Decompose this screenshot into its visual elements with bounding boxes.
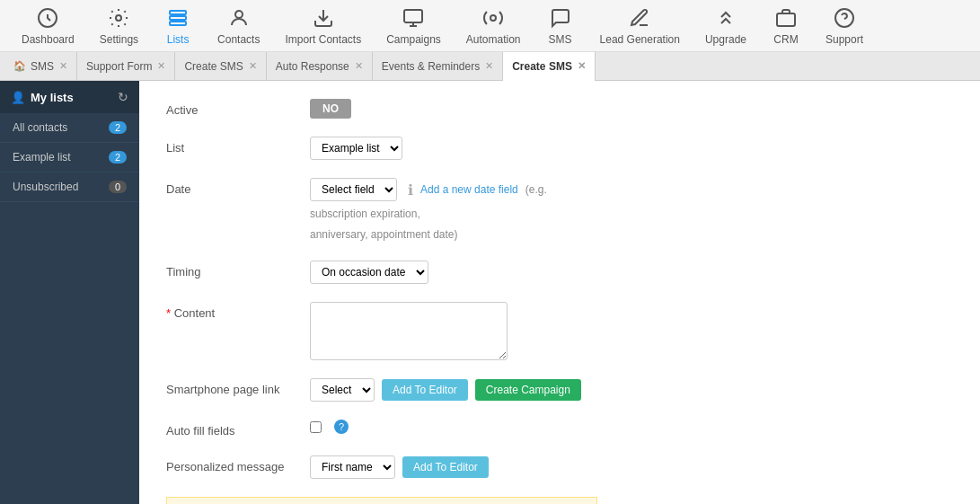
sidebar-header: 👤 My lists ↻ (0, 81, 139, 113)
svg-rect-6 (404, 10, 422, 22)
lists-icon (165, 5, 190, 31)
active-label: Active (166, 99, 310, 117)
timing-label: Timing (166, 261, 310, 279)
active-control: NO (310, 99, 351, 119)
date-hint-2: subscription expiration, (310, 206, 547, 222)
timing-select[interactable]: On occasion date Before After (310, 261, 428, 284)
sms-icon (548, 5, 573, 31)
active-row: Active NO (166, 99, 953, 119)
tab-events-reminders-close[interactable]: ✕ (485, 60, 493, 72)
auto-fill-checkbox[interactable] (310, 421, 322, 433)
info-box: ! If you used personal fields or auto fi… (166, 497, 597, 504)
timing-control: On occasion date Before After (310, 261, 428, 284)
auto-fill-input-row: ? (310, 420, 349, 434)
list-label: List (166, 137, 310, 155)
date-hint-3: anniversary, appointment date) (310, 226, 547, 243)
list-control: Example list (310, 137, 402, 160)
date-info-icon: ℹ (408, 181, 413, 199)
sidebar-title: 👤 My lists (11, 91, 74, 104)
personalized-row: Personalized message First name Last nam… (166, 455, 953, 479)
add-date-field-link[interactable]: Add a new date field (420, 183, 518, 196)
tab-support-form[interactable]: Support Form ✕ (77, 52, 175, 81)
svg-rect-8 (777, 13, 795, 26)
sidebar: 👤 My lists ↻ All contacts 2 Example list… (0, 81, 139, 504)
create-campaign-button[interactable]: Create Campaign (475, 379, 581, 401)
tab-support-form-close[interactable]: ✕ (157, 60, 165, 72)
timing-row: Timing On occasion date Before After (166, 261, 953, 284)
campaigns-icon (401, 5, 426, 31)
list-select[interactable]: Example list (310, 137, 402, 160)
tab-bar: 🏠 SMS ✕ Support Form ✕ Create SMS ✕ Auto… (0, 52, 980, 81)
lead-icon (627, 5, 652, 31)
all-contacts-badge: 2 (109, 121, 127, 134)
tab-create-sms-2[interactable]: Create SMS ✕ (503, 52, 596, 81)
content-label: Content (166, 302, 310, 320)
main-layout: 👤 My lists ↻ All contacts 2 Example list… (0, 81, 980, 504)
auto-fill-label: Auto fill fields (166, 420, 310, 438)
smartphone-control: Select Add To Editor Create Campaign (310, 378, 581, 402)
nav-lists[interactable]: Lists (151, 0, 205, 51)
dashboard-icon (35, 5, 60, 31)
nav-support[interactable]: Support (813, 0, 876, 51)
contacts-icon (226, 5, 252, 31)
nav-automation[interactable]: Automation (454, 0, 534, 51)
date-label: Date (166, 178, 310, 196)
personalized-label: Personalized message (166, 455, 310, 473)
unsubscribed-badge: 0 (109, 181, 127, 193)
home-icon: 🏠 (13, 60, 26, 72)
add-to-editor-button-1[interactable]: Add To Editor (382, 379, 468, 401)
nav-campaigns[interactable]: Campaigns (374, 0, 454, 51)
tab-create-sms-2-close[interactable]: ✕ (578, 60, 586, 72)
auto-fill-help-icon[interactable]: ? (334, 420, 349, 434)
personalized-select[interactable]: First name Last name Email (310, 455, 395, 479)
upgrade-icon (713, 5, 738, 31)
crm-icon (773, 5, 799, 31)
refresh-icon[interactable]: ↻ (118, 90, 128, 104)
nav-upgrade[interactable]: Upgrade (693, 0, 759, 51)
example-list-badge: 2 (109, 151, 127, 164)
nav-import-contacts[interactable]: Import Contacts (272, 0, 374, 51)
active-toggle[interactable]: NO (310, 99, 351, 119)
nav-settings[interactable]: Settings (87, 0, 151, 51)
settings-icon (106, 5, 131, 31)
content-textarea[interactable] (310, 302, 508, 360)
sidebar-item-all-contacts[interactable]: All contacts 2 (0, 113, 139, 143)
smartphone-select-row: Select Add To Editor Create Campaign (310, 378, 581, 402)
date-select[interactable]: Select field (310, 178, 397, 201)
personalized-select-row: First name Last name Email Add To Editor (310, 455, 489, 479)
auto-fill-control: ? (310, 420, 349, 434)
main-content: Active NO List Example list Date Select … (139, 81, 980, 504)
support-icon (832, 5, 857, 31)
auto-fill-row: Auto fill fields ? (166, 420, 953, 438)
tab-sms-close[interactable]: ✕ (59, 60, 67, 72)
svg-rect-2 (170, 11, 186, 14)
sidebar-item-unsubscribed[interactable]: Unsubscribed 0 (0, 172, 139, 202)
sidebar-item-example-list[interactable]: Example list 2 (0, 143, 139, 172)
add-to-editor-button-2[interactable]: Add To Editor (402, 456, 489, 478)
personalized-control: First name Last name Email Add To Editor (310, 455, 489, 479)
svg-point-1 (116, 15, 121, 21)
smartphone-row: Smartphone page link Select Add To Edito… (166, 378, 953, 402)
tab-auto-response-close[interactable]: ✕ (355, 60, 363, 72)
list-row: List Example list (166, 137, 953, 160)
nav-contacts[interactable]: Contacts (205, 0, 272, 51)
tab-create-sms-1[interactable]: Create SMS ✕ (175, 52, 266, 81)
content-row: Content (166, 302, 953, 360)
tab-events-reminders[interactable]: Events & Reminders ✕ (373, 52, 503, 81)
svg-point-5 (235, 11, 243, 18)
nav-dashboard[interactable]: Dashboard (9, 0, 87, 51)
svg-rect-4 (170, 22, 186, 25)
nav-lead-generation[interactable]: Lead Generation (587, 0, 693, 51)
tab-sms[interactable]: 🏠 SMS ✕ (4, 52, 77, 81)
nav-sms[interactable]: SMS (534, 0, 587, 51)
date-select-row: Select field ℹ Add a new date field (e.g… (310, 178, 547, 201)
smartphone-label: Smartphone page link (166, 378, 310, 396)
import-icon (311, 5, 336, 31)
top-navigation: Dashboard Settings Lists Contacts Import… (0, 0, 980, 52)
tab-auto-response[interactable]: Auto Response ✕ (267, 52, 373, 81)
user-icon: 👤 (11, 91, 25, 104)
smartphone-select[interactable]: Select (310, 378, 375, 402)
svg-rect-3 (170, 16, 186, 20)
nav-crm[interactable]: CRM (759, 0, 813, 51)
tab-create-sms-1-close[interactable]: ✕ (249, 60, 257, 72)
